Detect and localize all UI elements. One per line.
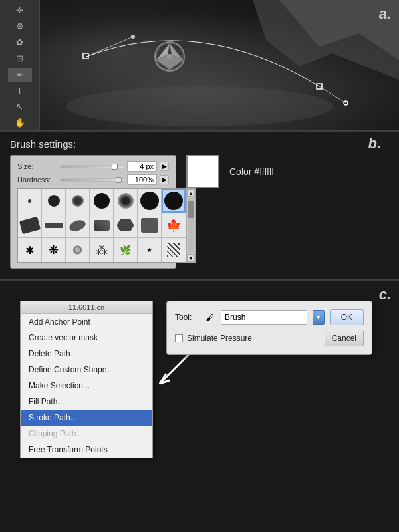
scroll-up-btn[interactable]: ▲ [187, 189, 195, 197]
label-b: b. [368, 135, 381, 152]
context-menu: 11.6011.cn Add Anchor Point Create vecto… [20, 301, 153, 458]
brush-preset-18[interactable]: ⁂ [90, 238, 114, 262]
menu-item-make-selection[interactable]: Make Selection... [21, 378, 152, 394]
menu-item-stroke-path[interactable]: Stroke Path... [21, 410, 152, 426]
brush-preset-15[interactable]: ✱ [18, 238, 42, 262]
menu-item-free-transform[interactable]: Free Transform Points [21, 442, 152, 458]
brush-preset-11[interactable] [90, 213, 114, 237]
color-swatch[interactable] [186, 155, 219, 188]
tool-select-arrow[interactable]: ▼ [313, 310, 325, 325]
simulate-pressure-label: Simulate Pressure [187, 334, 252, 343]
tool-hand[interactable]: ✋ [8, 116, 32, 130]
brush-scrollbar[interactable]: ▲ ▼ [186, 188, 196, 263]
brush-preset-21[interactable] [162, 238, 186, 262]
size-arrow-btn[interactable]: ▶ [160, 162, 169, 171]
dialog-tool-row: Tool: 🖌 Brush ▼ OK [175, 309, 364, 325]
toolbar: ✛ ⚙ ✿ ⊡ ✒ T ↖ ✋ [0, 0, 40, 130]
menu-item-add-anchor[interactable]: Add Anchor Point [21, 314, 152, 330]
tool-lasso[interactable]: ⚙ [8, 19, 32, 33]
tool-magic[interactable]: ✿ [8, 35, 32, 49]
brush-preset-14[interactable]: 🍁 [162, 213, 186, 237]
svg-point-2 [66, 86, 332, 126]
stroke-dialog: Tool: 🖌 Brush ▼ OK Simulate Pressure Can… [166, 301, 372, 355]
brush-preset-19[interactable]: 🌿 [114, 238, 138, 262]
size-value: 4 px [127, 161, 157, 172]
brush-preset-9[interactable] [42, 213, 66, 237]
dialog-tool-label: Tool: [175, 313, 198, 322]
bezier-path [0, 0, 399, 130]
tool-text[interactable]: T [8, 84, 32, 98]
menu-item-delete-path[interactable]: Delete Path [21, 346, 152, 362]
brush-preset-2[interactable] [42, 189, 66, 213]
scroll-down-btn[interactable]: ▼ [187, 254, 195, 262]
svg-point-11 [167, 54, 172, 59]
brush-settings-title: Brush settings: [10, 138, 389, 150]
brush-grid-container: 🍁 ✱ ❋ 🔘 ⁂ 🌿 ⋆ [17, 188, 169, 263]
dialog-pressure-row: Simulate Pressure Cancel [175, 331, 364, 346]
brush-preset-3[interactable] [66, 189, 90, 213]
hardness-arrow-btn[interactable]: ▶ [160, 175, 169, 184]
color-label: Color #ffffff [229, 166, 274, 177]
brush-preset-20[interactable]: ⋆ [138, 238, 162, 262]
brush-preset-5[interactable] [114, 189, 138, 213]
menu-item-define-shape[interactable]: Define Custom Shape... [21, 362, 152, 378]
size-label: Size: [17, 162, 57, 170]
brush-settings-content: Size: 4 px ▶ Hardness: 100% ▶ [10, 155, 389, 269]
section-b: Brush settings: b. Size: 4 px ▶ Hardness… [0, 132, 399, 275]
label-a: a. [379, 5, 391, 23]
ok-button[interactable]: OK [330, 309, 364, 325]
simulate-pressure-checkbox[interactable] [175, 334, 183, 342]
brush-panel: Size: 4 px ▶ Hardness: 100% ▶ [10, 155, 176, 269]
brush-preset-10[interactable] [66, 213, 90, 237]
brush-preset-8[interactable] [18, 213, 42, 237]
simulate-pressure-row: Simulate Pressure [175, 334, 252, 343]
color-swatch-area: Color #ffffff [186, 155, 274, 188]
svg-point-5 [131, 35, 135, 39]
section-c: c. 11.6011.cn Add Anchor Point Create ve… [0, 281, 399, 480]
car-background: ✛ ⚙ ✿ ⊡ ✒ T ↖ ✋ [0, 0, 399, 130]
brush-preset-16[interactable]: ❋ [42, 238, 66, 262]
cancel-button[interactable]: Cancel [325, 331, 364, 346]
tool-select[interactable]: Brush [221, 310, 307, 325]
mercedes-logo [153, 40, 186, 73]
tool-arrow[interactable]: ↖ [8, 100, 32, 114]
menu-item-vector-mask[interactable]: Create vector mask [21, 330, 152, 346]
brush-preset-12[interactable] [114, 213, 138, 237]
brush-preset-4[interactable] [90, 189, 114, 213]
context-menu-header: 11.6011.cn [21, 301, 152, 314]
brush-preset-1[interactable] [18, 189, 42, 213]
hardness-label: Hardness: [17, 176, 57, 184]
tool-move[interactable]: ✛ [8, 3, 32, 17]
canvas-section-a: ✛ ⚙ ✿ ⊡ ✒ T ↖ ✋ a. [0, 0, 399, 130]
tool-pen[interactable]: ✒ [8, 68, 32, 82]
hardness-value: 100% [127, 174, 157, 185]
menu-item-clipping-path: Clipping Path... [21, 426, 152, 442]
brush-preset-13[interactable] [138, 213, 162, 237]
brush-grid: 🍁 ✱ ❋ 🔘 ⁂ 🌿 ⋆ [17, 188, 186, 263]
brush-preset-6[interactable] [138, 189, 162, 213]
tool-crop[interactable]: ⊡ [8, 51, 32, 65]
brush-icon: 🖌 [203, 311, 215, 323]
brush-preset-17[interactable]: 🔘 [66, 238, 90, 262]
brush-preset-7[interactable] [162, 189, 186, 213]
label-c: c. [379, 286, 391, 303]
menu-item-fill-path[interactable]: Fill Path... [21, 394, 152, 410]
